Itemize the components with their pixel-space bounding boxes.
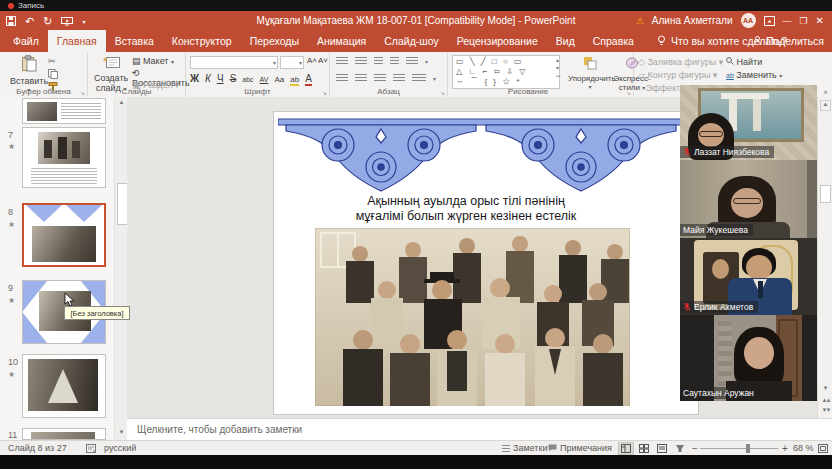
reading-view-button[interactable]: [654, 442, 670, 455]
current-slide[interactable]: Ақынның ауылда орыс тілі пәнінің мұғалім…: [274, 112, 698, 414]
scroll-down-icon[interactable]: ▼: [820, 385, 831, 391]
shrink-font-icon[interactable]: А˅: [318, 56, 328, 65]
thumbnail-slide-11[interactable]: [22, 428, 106, 440]
minimize-button[interactable]: —: [783, 16, 792, 26]
change-case-button[interactable]: Аа: [274, 75, 284, 84]
italic-button[interactable]: К: [205, 73, 211, 84]
tab-design[interactable]: Конструктор: [163, 30, 241, 52]
redo-icon[interactable]: ↻: [43, 15, 52, 28]
thumbnail-slide-8[interactable]: [22, 203, 106, 267]
zoom-slider-track[interactable]: [700, 448, 778, 449]
underline-button[interactable]: Ч: [217, 73, 224, 84]
bold-button[interactable]: Ж: [190, 73, 199, 84]
columns-icon[interactable]: [412, 74, 426, 83]
zoom-video-panel[interactable]: Лаззат Ниязбекова Майя Жукешева: [680, 85, 817, 401]
numbering-icon[interactable]: [355, 57, 367, 66]
qat-customize-icon[interactable]: ▾: [82, 18, 85, 25]
shape-outline-button[interactable]: ▱ Контур фигуры ▾: [638, 70, 717, 80]
video-participant-4[interactable]: Саутахын Аружан: [680, 315, 817, 401]
shapes-gallery[interactable]: ▭ ╲ ╱ □ ○ ▭ △ ∟ ⌐ ⇦ ⇩ ▽ ～ ⌒ { } ☆ *: [452, 55, 560, 89]
notes-toggle[interactable]: Заметки: [502, 443, 547, 453]
drawing-dialog-launcher[interactable]: ↘: [626, 89, 631, 96]
normal-view-button[interactable]: [618, 442, 634, 455]
decrease-indent-icon[interactable]: [374, 57, 383, 66]
scroll-thumb[interactable]: [820, 185, 831, 203]
justify-icon[interactable]: [393, 74, 405, 83]
tab-review[interactable]: Рецензирование: [448, 30, 547, 52]
notes-placeholder[interactable]: Щелкните, чтобы добавить заметки: [137, 424, 832, 435]
font-dialog-launcher[interactable]: ↘: [322, 89, 327, 96]
fit-slide-icon[interactable]: [818, 444, 828, 453]
highlight-color-button[interactable]: ab: [290, 75, 299, 86]
font-size-combo[interactable]: ▾: [280, 56, 304, 69]
thumbnail-slide-6[interactable]: [22, 98, 106, 124]
align-center-icon[interactable]: [355, 74, 367, 83]
find-button[interactable]: Найти: [726, 57, 762, 67]
collapse-ribbon-icon[interactable]: ˄: [820, 89, 831, 96]
shapes-scroll[interactable]: ▴▾═: [556, 56, 560, 80]
scroll-up-icon[interactable]: ▲: [820, 100, 831, 111]
avatar[interactable]: АА: [741, 13, 756, 28]
slideshow-view-button[interactable]: [672, 442, 688, 455]
warning-icon[interactable]: ⚠: [636, 16, 644, 26]
notes-pane[interactable]: Щелкните, чтобы добавить заметки: [127, 418, 832, 441]
thumbnail-slide-10[interactable]: [22, 354, 106, 418]
video-participant-1[interactable]: Лаззат Ниязбекова: [680, 85, 817, 160]
ribbon-display-options-icon[interactable]: [764, 16, 775, 26]
tab-animations[interactable]: Анимация: [308, 30, 375, 52]
close-button[interactable]: ✕: [816, 15, 824, 26]
zoom-slider-thumb[interactable]: [746, 444, 750, 453]
font-color-button[interactable]: А: [305, 73, 312, 86]
bullets-icon[interactable]: [336, 57, 348, 66]
zoom-level[interactable]: 68 %: [793, 443, 814, 453]
replace-button[interactable]: ab Заменить ▾: [726, 70, 782, 80]
character-spacing-button[interactable]: AV: [260, 76, 269, 83]
tab-file[interactable]: Файл: [4, 30, 48, 52]
account-name[interactable]: Алина Ахметгали: [652, 15, 733, 26]
slide-title-line-1[interactable]: Ақынның ауылда орыс тілі пәнінің: [254, 194, 678, 209]
zoom-out-button[interactable]: −: [692, 443, 698, 454]
clipboard-dialog-launcher[interactable]: ↘: [80, 89, 85, 96]
share-button[interactable]: Поделиться: [753, 30, 824, 52]
thumbnail-slide-7[interactable]: [22, 127, 106, 188]
layout-button[interactable]: ▤ Макет ▾: [132, 56, 174, 66]
slide-sorter-view-button[interactable]: [636, 442, 652, 455]
strikethrough-button[interactable]: S: [230, 73, 237, 84]
undo-icon[interactable]: ↶: [25, 15, 34, 28]
restore-button[interactable]: ❐: [800, 16, 808, 26]
cut-icon[interactable]: ✂: [48, 56, 58, 66]
next-slide-button[interactable]: ▼▼: [820, 407, 831, 413]
language-icon[interactable]: [86, 444, 96, 453]
slide-title-line-2[interactable]: мұғалімі болып жүрген кезінен естелік: [254, 209, 678, 224]
line-spacing-icon[interactable]: [406, 57, 418, 66]
arrange-button[interactable]: Упорядочить ▾: [568, 56, 612, 90]
slide-counter[interactable]: Слайд 8 из 27: [8, 443, 67, 453]
tab-help[interactable]: Справка: [584, 30, 643, 52]
tab-transitions[interactable]: Переходы: [241, 30, 308, 52]
video-participant-3[interactable]: Ерлик Ахметов: [680, 238, 817, 315]
group-photo[interactable]: [315, 228, 630, 406]
comments-toggle[interactable]: Примечания: [548, 443, 612, 453]
thumb-scroll-down-icon[interactable]: ▼: [116, 429, 127, 435]
thumbnail-scrollbar[interactable]: ▲ ▼: [114, 97, 128, 440]
main-scrollbar[interactable]: ˄ ▲ ▼ ▲▲ ▼▼: [817, 97, 832, 418]
align-left-icon[interactable]: [336, 74, 348, 83]
previous-slide-button[interactable]: ▲▲: [820, 397, 831, 403]
tab-view[interactable]: Вид: [547, 30, 584, 52]
start-presentation-icon[interactable]: [61, 17, 73, 26]
increase-indent-icon[interactable]: [390, 57, 399, 66]
video-participant-2[interactable]: Майя Жукешева: [680, 160, 817, 238]
text-shadow-button[interactable]: abc: [242, 76, 253, 83]
save-icon[interactable]: [6, 16, 16, 26]
paragraph-dialog-launcher[interactable]: ↘: [440, 89, 445, 96]
tab-insert[interactable]: Вставка: [106, 30, 163, 52]
shape-fill-button[interactable]: ◇ Заливка фигуры ▾: [638, 57, 723, 67]
columns-caret[interactable]: ▾: [433, 75, 436, 82]
font-name-combo[interactable]: ▾: [190, 56, 278, 69]
zoom-in-button[interactable]: +: [782, 443, 788, 454]
copy-icon[interactable]: [48, 69, 58, 79]
thumb-scroll-up-icon[interactable]: ▲: [116, 99, 127, 105]
tab-home[interactable]: Главная: [48, 30, 106, 52]
grow-font-icon[interactable]: А˄: [307, 56, 317, 65]
align-right-icon[interactable]: [374, 74, 386, 83]
